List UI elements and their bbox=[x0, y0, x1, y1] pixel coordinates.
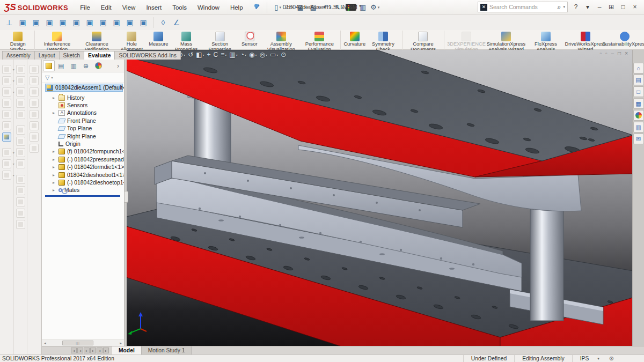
command-tab[interactable]: Layout bbox=[34, 51, 60, 60]
toolbar-icon[interactable] bbox=[16, 148, 25, 157]
scrollbar-thumb[interactable]: ||| bbox=[62, 341, 93, 345]
expand-arrow-icon[interactable] bbox=[53, 149, 58, 154]
expand-arrow-icon[interactable] bbox=[53, 110, 58, 115]
view-left-icon[interactable]: ▣ bbox=[43, 17, 55, 28]
tab-configuration-manager[interactable]: ▥ bbox=[68, 60, 79, 71]
menu-item[interactable]: Help bbox=[226, 3, 247, 12]
toolbar-icon[interactable] bbox=[16, 125, 25, 135]
view-front-icon[interactable]: ▣ bbox=[17, 17, 28, 28]
study-tab[interactable]: Motion Study 1 bbox=[142, 346, 192, 354]
tree-item[interactable]: (-) 018042pressurepad1<1> (Default<< bbox=[42, 156, 124, 163]
die-assembly-3d-model[interactable] bbox=[125, 50, 632, 346]
compare-documents-button[interactable]: Compare Documents bbox=[405, 31, 444, 52]
toolbar-icon[interactable] bbox=[16, 76, 25, 85]
section-tool-icon[interactable]: ∠ bbox=[171, 17, 182, 28]
hole-alignment-button[interactable]: Hole Alignment bbox=[116, 31, 147, 52]
tab-feature-manager[interactable] bbox=[43, 60, 55, 71]
command-tab[interactable]: Sketch bbox=[59, 51, 84, 60]
feature-tree-flyout-handle[interactable] bbox=[125, 191, 128, 203]
tab-display-manager[interactable] bbox=[92, 60, 104, 71]
expand-arrow-icon[interactable] bbox=[53, 173, 58, 178]
toolbar-icon[interactable] bbox=[2, 110, 11, 119]
edit-appearance-icon[interactable]: ◉ bbox=[249, 51, 257, 58]
tags-icon[interactable]: ⊛ bbox=[609, 355, 614, 362]
tree-item[interactable]: Mates bbox=[42, 187, 124, 194]
toolbar-icon[interactable] bbox=[16, 220, 25, 229]
view-isometric-icon[interactable]: ▣ bbox=[97, 17, 109, 28]
status-item[interactable]: IPS bbox=[572, 355, 597, 362]
doc-close-icon[interactable]: × bbox=[625, 50, 628, 56]
options-icon[interactable]: ⚙ bbox=[369, 2, 380, 13]
new-document-icon[interactable]: ▯ bbox=[273, 2, 283, 13]
tabs-overflow-chevron[interactable]: › bbox=[112, 60, 124, 71]
search-commands-box[interactable]: ✕ Search Commands ⌕ ▾ bbox=[478, 2, 568, 12]
toolbar-icon[interactable] bbox=[16, 87, 25, 97]
toolbar-icon[interactable] bbox=[16, 110, 25, 119]
menu-item[interactable]: File bbox=[76, 3, 94, 12]
toolbar-icon[interactable] bbox=[30, 110, 39, 119]
search-caret-icon[interactable]: ▾ bbox=[563, 5, 565, 9]
expand-arrow-icon[interactable] bbox=[53, 165, 58, 169]
design-study-button[interactable]: Design Study bbox=[3, 31, 35, 52]
clearance-verification-button[interactable]: Clearance Verification bbox=[77, 31, 116, 52]
doc-minimize-icon[interactable]: – bbox=[611, 50, 614, 56]
toolbar-icon[interactable] bbox=[30, 65, 39, 74]
close-button[interactable]: × bbox=[629, 2, 641, 12]
study-nav-button[interactable]: ◂ bbox=[71, 348, 77, 353]
tree-root-item[interactable]: 018042dieAssem1 (Default<Display State-1 bbox=[45, 84, 123, 92]
toolbar-icon[interactable] bbox=[2, 159, 11, 168]
toolbar-icon[interactable] bbox=[16, 197, 25, 206]
tree-item[interactable]: Sensors bbox=[42, 101, 124, 109]
sustainabilityxpress-button[interactable]: SustainabilityXpress bbox=[605, 31, 644, 47]
tree-item[interactable]: (-) 018042formdie1<1> ->? (Default<< bbox=[42, 164, 124, 171]
expand-arrow-icon[interactable] bbox=[53, 188, 58, 193]
expand-arrow-icon[interactable] bbox=[53, 95, 58, 100]
tree-item[interactable]: (f) 018042formpunch1<1> ->? (Default bbox=[42, 148, 124, 156]
toolbar-icon[interactable] bbox=[2, 65, 11, 74]
rotate-view-icon[interactable]: C bbox=[214, 51, 218, 58]
help-caret[interactable]: ▾ bbox=[582, 2, 594, 12]
driveworksxpress-button[interactable]: DriveWorksXpress Wizard bbox=[566, 31, 605, 52]
file-explorer-icon[interactable]: □ bbox=[633, 86, 644, 97]
view-right-icon[interactable]: ▣ bbox=[57, 17, 69, 28]
study-nav-button[interactable]: ◂ bbox=[77, 348, 83, 353]
toolbar-icon[interactable] bbox=[16, 209, 25, 218]
command-tab[interactable]: Evaluate bbox=[84, 51, 115, 60]
toolbar-icon[interactable] bbox=[2, 148, 11, 157]
toolbar-icon[interactable] bbox=[16, 137, 25, 146]
measure-button[interactable]: Measure bbox=[147, 31, 170, 47]
toolbar-icon[interactable] bbox=[16, 175, 25, 184]
apply-scene-icon[interactable]: ◎ bbox=[259, 51, 267, 58]
search-icon[interactable]: ⌕ bbox=[557, 3, 561, 11]
command-tab[interactable]: SOLIDWORKS Add-Ins bbox=[114, 51, 181, 60]
tab-dimxpert-manager[interactable]: ⊕ bbox=[80, 60, 92, 71]
toolbar-icon[interactable] bbox=[30, 99, 39, 108]
units-caret-icon[interactable]: ▾ bbox=[597, 357, 599, 361]
status-item[interactable]: Editing Assembly bbox=[514, 355, 572, 362]
study-nav-button[interactable]: ▸ bbox=[103, 348, 109, 353]
toolbar-icon[interactable] bbox=[2, 171, 11, 180]
toolbar-icon[interactable] bbox=[16, 186, 25, 195]
tree-item[interactable]: 018042dieshoebot1<1> -> (Default<<! bbox=[42, 171, 124, 179]
study-nav-button[interactable]: ▸ bbox=[90, 348, 96, 353]
status-item[interactable]: Under Defined bbox=[463, 355, 514, 362]
view-top-icon[interactable]: ▣ bbox=[70, 17, 82, 28]
span-displays-button[interactable]: ⊞ bbox=[605, 2, 617, 12]
previous-view-icon[interactable]: ↺ bbox=[188, 51, 193, 58]
assembly-visualization-button[interactable]: Assembly Visualization bbox=[261, 31, 301, 52]
design-library-icon[interactable]: ▤ bbox=[633, 75, 644, 85]
graphics-viewport[interactable]: ⊡⊕↺◧+C≡▥◔◉◎▭⊙ ▫▫–□× bbox=[125, 50, 632, 346]
toolbar-icon[interactable] bbox=[2, 121, 11, 130]
toolbar-icon[interactable] bbox=[30, 121, 39, 130]
normal-to-icon[interactable]: ⊥ bbox=[3, 17, 15, 28]
home-icon[interactable]: ⌂ bbox=[633, 63, 644, 73]
hide-show-items-icon[interactable]: ◔ bbox=[240, 51, 246, 58]
toolbar-icon[interactable] bbox=[2, 76, 11, 85]
menu-item[interactable]: View bbox=[118, 3, 140, 12]
tree-item[interactable]: Top Plane bbox=[42, 125, 124, 132]
study-tab[interactable]: Model bbox=[112, 346, 142, 354]
view-back-icon[interactable]: ▣ bbox=[30, 17, 42, 28]
scroll-left-icon[interactable]: ◂ bbox=[42, 340, 48, 346]
doc-restore-icon[interactable]: □ bbox=[618, 50, 621, 56]
menu-item[interactable]: Insert bbox=[142, 3, 166, 12]
